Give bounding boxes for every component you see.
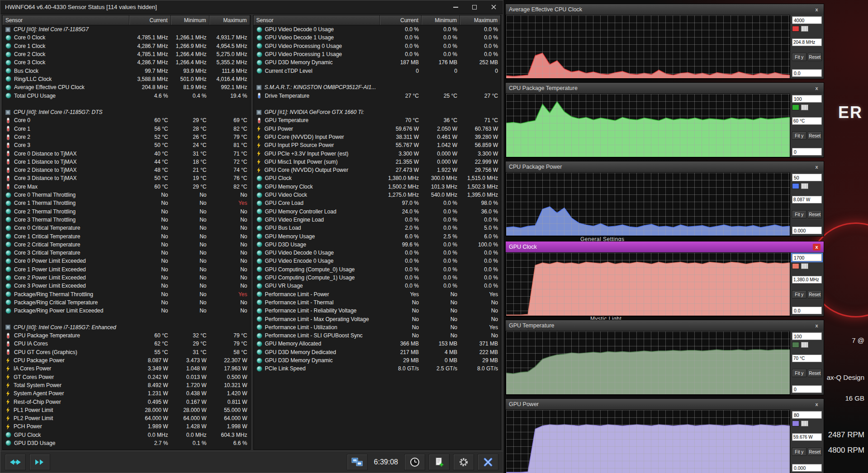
right-column-headers[interactable]: SensorCurrentMinimumMaximum bbox=[254, 15, 501, 25]
series-color-button[interactable] bbox=[792, 104, 799, 110]
sensor-row[interactable]: CPU GT Cores (Graphics)55 °C31 °C58 °C bbox=[3, 348, 250, 356]
sensor-row[interactable]: GPU Memory Clock1,500.2 MHz101.3 MHz1,50… bbox=[254, 183, 501, 191]
reset-button[interactable]: Reset bbox=[808, 132, 822, 140]
sensor-row[interactable]: Core 2 Power Limit ExceededNoNoNo bbox=[3, 274, 250, 282]
exit-button[interactable] bbox=[478, 454, 498, 470]
sensor-row[interactable]: System Agent Power1.231 W0.438 W1.420 W bbox=[3, 389, 250, 397]
section-header-row[interactable]: CPU [#0]: Intel Core i7-1185G7 bbox=[3, 25, 250, 33]
reset-button[interactable]: Reset bbox=[808, 369, 822, 377]
sensor-row[interactable]: Core Max60 °C29 °C82 °C bbox=[3, 183, 250, 191]
header-sensor[interactable]: Sensor bbox=[3, 15, 129, 25]
sensor-row[interactable]: GPU VR Usage0.0 %0.0 %0.0 % bbox=[254, 282, 501, 290]
sensor-row[interactable]: Core 3 Power Limit ExceededNoNoNo bbox=[3, 282, 250, 290]
sensor-row[interactable]: PCH Power1.989 W1.428 W1.998 W bbox=[3, 422, 250, 430]
graph-titlebar[interactable]: GPU Clockx bbox=[506, 241, 824, 252]
graph-scale-min-input[interactable] bbox=[792, 148, 822, 156]
sensor-row[interactable]: GPU PCIe +3.3V Input Power (est)3.300 W0… bbox=[254, 149, 501, 157]
graph-scale-min-input[interactable] bbox=[792, 464, 822, 472]
graph-close-icon[interactable]: x bbox=[813, 6, 821, 13]
sensor-row[interactable]: Total System Power8.492 W1.720 W10.321 W bbox=[3, 381, 250, 389]
sensor-row[interactable]: Performance Limit - ThermalNoNoNo bbox=[254, 298, 501, 307]
sensor-row[interactable]: CPU IA Cores62 °C29 °C79 °C bbox=[3, 340, 250, 348]
sensor-row[interactable]: Core 2 Distance to TjMAX48 °C21 °C74 °C bbox=[3, 166, 250, 174]
sensor-row[interactable]: GPU Power59.676 W2.050 W60.763 W bbox=[254, 125, 501, 133]
sensor-row[interactable]: GPU Computing (Compute_0) Usage0.0 %0.0 … bbox=[254, 265, 501, 274]
sensor-row[interactable]: Core 0 Power Limit ExceededNoNoNo bbox=[3, 257, 250, 265]
sensor-row[interactable]: GPU Computing (Compute_1) Usage0.0 %0.0 … bbox=[254, 274, 501, 282]
graph-scale-max-input[interactable] bbox=[792, 16, 822, 24]
sensor-row[interactable]: Core 1 Power Limit ExceededNoNoNo bbox=[3, 265, 250, 274]
series-color-button[interactable] bbox=[792, 342, 799, 348]
section-header-row[interactable]: S.M.A.R.T.: KINGSTON OM8PCP3512F-AI1... bbox=[254, 83, 501, 91]
sensor-row[interactable]: GPU Clock1,380.0 MHz300.0 MHz1,515.0 MHz bbox=[254, 174, 501, 182]
grid-toggle-button[interactable] bbox=[801, 26, 808, 32]
sensor-row[interactable]: GPU Video Decode 0 Usage0.0 %0.0 %0.0 % bbox=[254, 25, 501, 33]
graph-scale-max-input[interactable] bbox=[792, 332, 822, 340]
window-titlebar[interactable]: HWiNFO64 v6.40-4330 Sensor Status [114 v… bbox=[0, 0, 503, 14]
sensor-row[interactable]: GPU Misc1 Input Power (sum)21.355 W0.000… bbox=[254, 158, 501, 166]
sensor-row[interactable]: Core 3 Critical TemperatureNoNoNo bbox=[3, 249, 250, 257]
sensor-row[interactable]: Total CPU Usage4.6 %0.4 %19.4 % bbox=[3, 91, 250, 99]
sensor-row[interactable]: GPU D3D Memory Dynamic187 MB176 MB252 MB bbox=[254, 58, 501, 66]
sensor-row[interactable]: IA Cores Power3.349 W1.048 W17.963 W bbox=[3, 364, 250, 373]
graph-titlebar[interactable]: GPU Temperaturex bbox=[506, 320, 824, 331]
sensor-row[interactable]: GPU Video Processing 1 Usage0.0 %0.0 %0.… bbox=[254, 50, 501, 58]
sensor-row[interactable]: GPU Memory Controller Load24.0 %0.0 %36.… bbox=[254, 208, 501, 216]
sensor-row[interactable]: Ring/LLC Clock3,588.8 MHz501.0 MHz4,016.… bbox=[3, 75, 250, 83]
swap-columns-button[interactable] bbox=[5, 454, 26, 470]
sensor-row[interactable]: Core 0 Critical TemperatureNoNoNo bbox=[3, 224, 250, 232]
grid-toggle-button[interactable] bbox=[801, 421, 808, 426]
fit-y-button[interactable]: Fit y bbox=[792, 448, 806, 456]
sensor-row[interactable]: GPU D3D Usage2.7 %0.1 %6.6 % bbox=[3, 439, 250, 447]
sensor-row[interactable]: Core 2 Critical TemperatureNoNoNo bbox=[3, 241, 250, 249]
graph-scale-min-input[interactable] bbox=[792, 69, 822, 77]
sensor-row[interactable]: Core 1 Critical TemperatureNoNoNo bbox=[3, 232, 250, 240]
sensor-row[interactable]: GPU Core Load97.0 %0.0 %98.0 % bbox=[254, 199, 501, 207]
series-color-button[interactable] bbox=[792, 183, 799, 189]
left-column-headers[interactable]: SensorCurrentMinimumMaximum bbox=[3, 15, 250, 25]
header-maximum[interactable]: Maximum bbox=[460, 15, 501, 25]
grid-toggle-button[interactable] bbox=[801, 104, 808, 110]
sensor-row[interactable]: Core 0 Thermal ThrottlingNoNoNo bbox=[3, 191, 250, 199]
grid-toggle-button[interactable] bbox=[801, 342, 808, 348]
graph-scale-max-input[interactable] bbox=[792, 95, 822, 103]
sensor-row[interactable]: GPU D3D Memory Dedicated217 MB4 MB222 MB bbox=[254, 348, 501, 356]
sensor-row[interactable]: Current cTDP Level000 bbox=[254, 66, 501, 75]
graph-close-icon[interactable]: x bbox=[813, 164, 821, 170]
maximize-button[interactable] bbox=[465, 0, 484, 14]
grid-toggle-button[interactable] bbox=[801, 183, 808, 189]
sensor-row[interactable]: Core 3 Distance to TjMAX50 °C19 °C76 °C bbox=[3, 174, 250, 182]
sensor-row[interactable]: Core 0 Distance to TjMAX40 °C31 °C71 °C bbox=[3, 149, 250, 157]
sensor-row[interactable]: Core 252 °C26 °C79 °C bbox=[3, 133, 250, 141]
fit-y-button[interactable]: Fit y bbox=[792, 53, 806, 61]
sensor-row[interactable]: Core 060 °C29 °C69 °C bbox=[3, 116, 250, 124]
sensor-row[interactable]: GPU Video Clock1,275.0 MHz540.0 MHz1,395… bbox=[254, 191, 501, 199]
sensor-row[interactable]: Rest-of-Chip Power0.495 W0.167 W0.811 W bbox=[3, 397, 250, 406]
sensor-row[interactable]: Core 3 Thermal ThrottlingNoNoNo bbox=[3, 216, 250, 224]
sensor-row[interactable]: GPU Bus Load2.0 %0.0 %5.0 % bbox=[254, 224, 501, 232]
sensor-row[interactable]: PL2 Power Limit64.000 W64.000 W64.000 W bbox=[3, 414, 250, 422]
sensor-row[interactable]: GPU D3D Usage99.6 %0.0 %100.0 % bbox=[254, 241, 501, 249]
minimize-button[interactable] bbox=[446, 0, 465, 14]
sensor-row[interactable]: Package/Ring Power Limit ExceededNoNoNo bbox=[3, 307, 250, 315]
header-sensor[interactable]: Sensor bbox=[254, 15, 380, 25]
graph-titlebar[interactable]: CPU Package Powerx bbox=[506, 161, 824, 172]
sensor-row[interactable]: GPU Core (NVVDD) Output Power27.473 W1.9… bbox=[254, 166, 501, 174]
graph-scale-min-input[interactable] bbox=[792, 385, 822, 393]
fit-y-button[interactable]: Fit y bbox=[792, 290, 806, 298]
report-button[interactable] bbox=[429, 454, 450, 470]
series-color-button[interactable] bbox=[792, 421, 799, 426]
graph-close-icon[interactable]: x bbox=[813, 401, 821, 408]
sensor-row[interactable]: GPU Clock0.0 MHz0.0 MHz604.3 MHz bbox=[3, 431, 250, 439]
sensor-row[interactable]: Core 0 Clock4,785.1 MHz1,266.1 MHz4,931.… bbox=[3, 33, 250, 42]
sensor-row[interactable]: Performance Limit - PowerYesNoYes bbox=[254, 290, 501, 298]
sensor-row[interactable]: GPU Video Decode 1 Usage0.0 %0.0 %0.0 % bbox=[254, 33, 501, 42]
remote-sensors-button[interactable] bbox=[347, 454, 368, 470]
header-minimum[interactable]: Minimum bbox=[171, 15, 209, 25]
sensor-row[interactable]: Performance Limit - Max Operating Voltag… bbox=[254, 315, 501, 323]
sensor-row[interactable]: GPU Temperature70 °C36 °C71 °C bbox=[254, 116, 501, 124]
reset-button[interactable]: Reset bbox=[808, 53, 822, 61]
header-current[interactable]: Current bbox=[380, 15, 422, 25]
graph-titlebar[interactable]: CPU Package Temperaturex bbox=[506, 83, 824, 94]
sensor-row[interactable]: Core 2 Clock4,785.1 MHz1,266.4 MHz5,275.… bbox=[3, 50, 250, 58]
